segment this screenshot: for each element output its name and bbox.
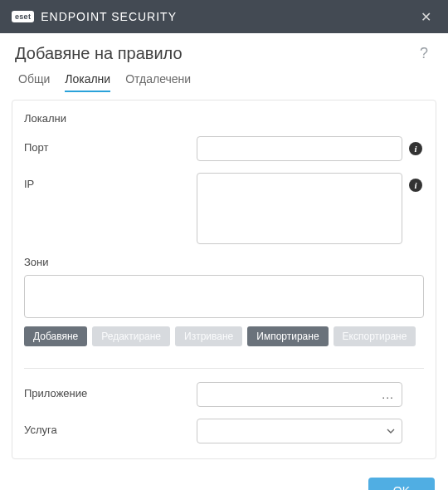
zones-button-row: Добавяне Редактиране Изтриване Импортира…	[24, 326, 424, 346]
delete-button: Изтриване	[175, 326, 242, 346]
info-icon[interactable]: i	[409, 179, 422, 192]
tabs: Общи Локални Отдалечени	[0, 67, 448, 93]
import-button[interactable]: Импортиране	[247, 326, 328, 346]
help-icon[interactable]: ?	[415, 43, 433, 64]
info-icon[interactable]: i	[409, 142, 422, 155]
footer: OK	[0, 459, 448, 490]
port-label: Порт	[24, 136, 190, 154]
application-input[interactable]	[197, 382, 402, 407]
ip-row: IP i	[24, 173, 424, 244]
port-row: Порт i	[24, 136, 424, 161]
zones-list[interactable]	[24, 275, 424, 318]
service-row: Услуга	[24, 419, 424, 443]
ok-button[interactable]: OK	[368, 478, 435, 490]
header: Добавяне на правило ?	[0, 33, 448, 67]
export-button: Експортиране	[334, 326, 416, 346]
service-label: Услуга	[24, 419, 190, 436]
page-title: Добавяне на правило	[15, 44, 183, 63]
application-row: Приложение ...	[24, 382, 424, 407]
application-label: Приложение	[24, 382, 190, 399]
titlebar: eset ENDPOINT SECURITY ✕	[0, 0, 448, 33]
service-select[interactable]	[197, 419, 402, 443]
divider	[24, 368, 424, 369]
ip-input[interactable]	[197, 173, 402, 244]
port-input[interactable]	[197, 136, 402, 161]
brand-badge: eset	[12, 11, 34, 22]
ip-label: IP	[24, 173, 190, 190]
brand-text-strong: SECURITY	[111, 10, 177, 23]
tab-remote[interactable]: Отдалечени	[125, 72, 191, 92]
brand-text-light: ENDPOINT	[41, 10, 111, 23]
tab-general[interactable]: Общи	[18, 72, 50, 92]
close-icon[interactable]: ✕	[416, 6, 436, 28]
tab-local[interactable]: Локални	[65, 72, 110, 92]
edit-button: Редактиране	[92, 326, 170, 346]
add-button[interactable]: Добавяне	[24, 326, 87, 346]
browse-icon[interactable]: ...	[378, 386, 397, 403]
brand-text: ENDPOINT SECURITY	[41, 10, 177, 23]
section-heading: Локални	[24, 112, 424, 125]
local-panel: Локални Порт i IP i Зони Добавяне Редакт…	[12, 100, 436, 459]
zones-label: Зони	[24, 256, 424, 268]
